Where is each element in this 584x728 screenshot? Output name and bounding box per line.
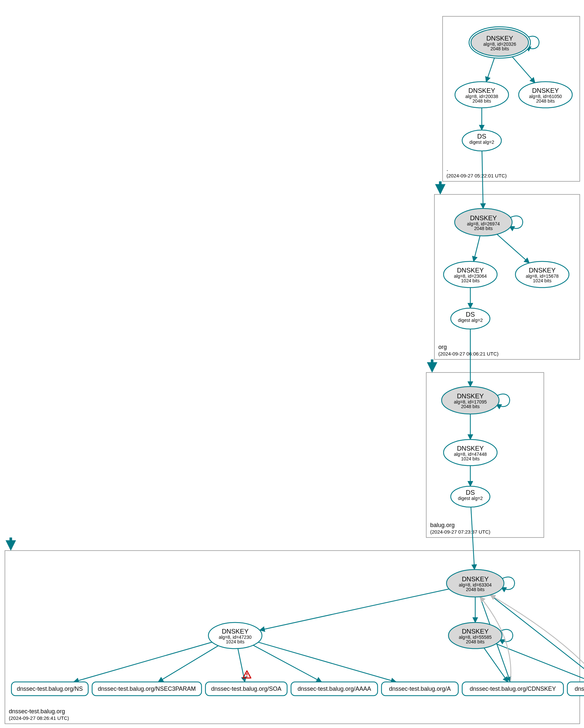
node-rr-a: dnssec-test.balug.org/A (381, 682, 458, 696)
dnssec-graph: .(2024-09-27 05:22:01 UTC)org(2024-09-27… (0, 0, 584, 728)
node-sub2: 1024 bits (533, 278, 552, 283)
edge-balug-ds-dt-ksk (471, 507, 475, 570)
record-label: dnssec-test.balug.org/CDNSKEY (470, 685, 556, 692)
node-rr-cdnskey: dnssec-test.balug.org/CDNSKEY (462, 682, 563, 696)
record-label: dnssec-test.balug.org/CDS (575, 685, 584, 692)
node-root-ksk: DNSKEYalg=8, id=203262048 bits (469, 27, 530, 58)
zone-name-org: org (438, 344, 447, 350)
node-sub1: digest alg=2 (458, 318, 483, 323)
node-sub2: 2048 bits (461, 404, 480, 409)
node-dt-zsk: DNSKEYalg=8, id=472301024 bits (208, 622, 262, 649)
nodes: DNSKEYalg=8, id=203262048 bitsDNSKEYalg=… (11, 27, 584, 696)
node-root-zsk1: DNSKEYalg=8, id=200382048 bits (455, 82, 508, 108)
record-label: dnssec-test.balug.org/NSEC3PARAM (98, 685, 196, 692)
node-sub2: 2048 bits (466, 587, 485, 592)
node-title: DNSKEY (532, 87, 559, 94)
node-title: DNSKEY (222, 628, 248, 635)
node-sub2: 2048 bits (473, 98, 491, 104)
node-title: DS (477, 133, 486, 140)
edge-dt-ksk-dt-zsk (260, 589, 449, 630)
node-rr-nsec3: dnssec-test.balug.org/NSEC3PARAM (92, 682, 202, 696)
node-title: DNSKEY (470, 214, 497, 222)
node-sub2: 2048 bits (466, 639, 485, 644)
node-balug-ds: DSdigest alg=2 (451, 486, 490, 507)
node-root-zsk2: DNSKEYalg=8, id=610502048 bits (519, 82, 572, 108)
zone-name-root: . (447, 166, 448, 172)
record-label: dnssec-test.balug.org/A (389, 685, 451, 692)
zone-name-balug: balug.org (430, 522, 455, 528)
node-org-zsk2: DNSKEYalg=8, id=156781024 bits (515, 261, 569, 288)
edge-root-ksk-root-zsk2 (511, 55, 535, 83)
node-rr-soa: dnssec-test.balug.org/SOA (206, 671, 287, 696)
warning-dot (246, 676, 247, 677)
node-title: DNSKEY (486, 35, 513, 42)
node-org-ksk: DNSKEYalg=8, id=269742048 bits (455, 208, 512, 236)
edge-root-ds-org-ksk (482, 151, 483, 208)
node-sub2: 1024 bits (461, 456, 480, 461)
node-title: DNSKEY (468, 87, 495, 94)
node-sub1: digest alg=2 (458, 496, 483, 501)
node-sub2: 1024 bits (461, 278, 480, 283)
node-title: DS (466, 311, 475, 318)
record-label: dnssec-test.balug.org/SOA (211, 685, 281, 692)
edges (74, 36, 584, 682)
node-title: DS (466, 489, 475, 496)
node-sub1: digest alg=2 (469, 139, 494, 145)
record-label: dnssec-test.balug.org/AAAA (297, 685, 371, 692)
node-rr-cds: dnssec-test.balug.org/CDS (567, 682, 584, 696)
node-rr-ns: dnssec-test.balug.org/NS (11, 682, 88, 696)
node-balug-zsk: DNSKEYalg=8, id=474481024 bits (444, 440, 497, 466)
node-sub2: 2048 bits (490, 46, 509, 51)
node-title: DNSKEY (462, 575, 488, 582)
edge-dt-zsk2-rr-cds (496, 644, 584, 682)
node-org-zsk1: DNSKEYalg=8, id=230641024 bits (444, 261, 497, 288)
node-sub2: 1024 bits (226, 639, 245, 644)
node-dt-zsk2: DNSKEYalg=8, id=555852048 bits (448, 622, 502, 649)
node-title: DNSKEY (457, 267, 484, 274)
record-label: dnssec-test.balug.org/NS (17, 685, 83, 692)
node-dt-ksk: DNSKEYalg=8, id=633042048 bits (447, 570, 504, 597)
edge-dt-zsk-rr-a (258, 642, 396, 682)
edge-org-ksk-org-zsk2 (497, 234, 529, 263)
node-org-ds: DSdigest alg=2 (451, 308, 490, 329)
node-rr-aaaa: dnssec-test.balug.org/AAAA (291, 682, 378, 696)
edge-root-ksk-root-zsk1 (486, 56, 495, 82)
node-title: DNSKEY (457, 392, 484, 399)
node-title: DNSKEY (529, 267, 556, 274)
node-title: DNSKEY (462, 628, 488, 635)
zone-time-dnssec-test: (2024-09-27 08:26:41 UTC) (9, 715, 69, 721)
zone-time-balug: (2024-09-27 07:23:37 UTC) (430, 529, 490, 535)
node-sub2: 2048 bits (536, 98, 555, 104)
zone-name-dnssec-test: dnssec-test.balug.org (9, 708, 65, 714)
node-title: DNSKEY (457, 445, 484, 452)
edge-dt-zsk-rr-nsec3 (158, 646, 218, 682)
node-sub2: 2048 bits (474, 226, 493, 231)
node-root-ds: DSdigest alg=2 (462, 130, 501, 151)
edge-org-ksk-org-zsk1 (474, 236, 480, 262)
zone-time-root: (2024-09-27 05:22:01 UTC) (447, 173, 507, 178)
zone-time-org: (2024-09-27 06:06:21 UTC) (438, 351, 498, 357)
node-balug-ksk: DNSKEYalg=8, id=170952048 bits (442, 387, 499, 414)
